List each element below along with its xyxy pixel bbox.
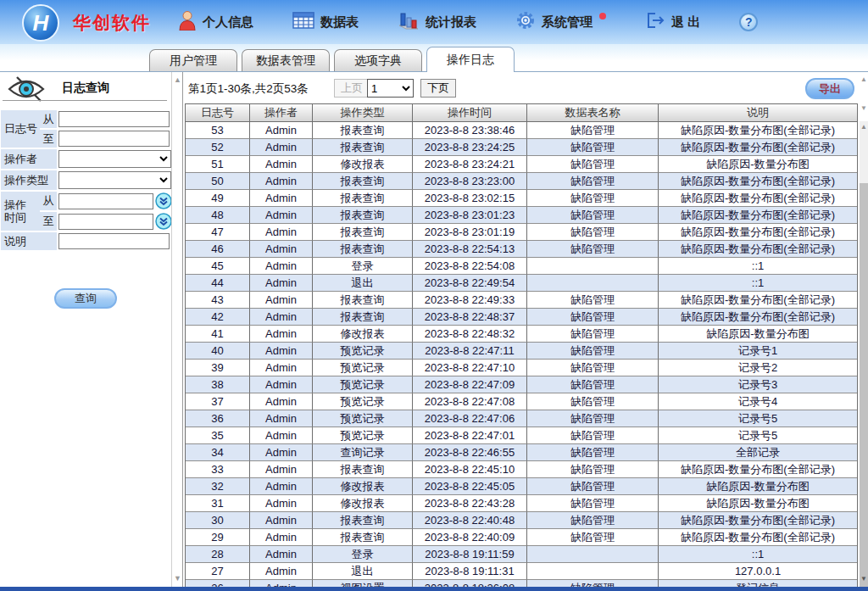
- export-button[interactable]: 导出: [805, 78, 854, 99]
- scroll-up-icon[interactable]: ▲: [860, 75, 868, 84]
- table-row[interactable]: 38Admin预览记录2023-8-8 22:47:09缺陷管理记录号3: [186, 376, 857, 393]
- table-row[interactable]: 45Admin登录2023-8-8 22:54:08::1: [186, 258, 857, 275]
- table-cell: 2023-8-8 22:46:55: [413, 444, 527, 461]
- table-cell: 缺陷管理: [527, 122, 659, 139]
- table-row[interactable]: 26Admin视图设置2023-8-8 18:26:08缺陷管理登记信息: [186, 580, 857, 587]
- date-picker-icon[interactable]: [155, 192, 172, 209]
- scroll-up-icon[interactable]: ▲: [860, 123, 868, 131]
- table-row[interactable]: 30Admin报表查询2023-8-8 22:40:48缺陷管理缺陷原因-数量分…: [186, 512, 857, 529]
- nav-system[interactable]: 系统管理: [515, 10, 606, 34]
- table-row[interactable]: 29Admin报表查询2023-8-8 22:40:09缺陷管理缺陷原因-数量分…: [186, 529, 857, 546]
- table-row[interactable]: 48Admin报表查询2023-8-8 23:01:23缺陷管理缺陷原因-数量分…: [186, 207, 857, 224]
- bottom-edge-bar: [0, 587, 868, 591]
- table-cell: 登记信息: [659, 580, 857, 587]
- table-cell: 缺陷管理: [527, 360, 659, 376]
- op-time-to-input[interactable]: [58, 214, 153, 230]
- table-cell: Admin: [250, 444, 313, 461]
- table-cell: 缺陷原因-数量分布图(全部记录): [659, 190, 857, 207]
- column-header[interactable]: 操作时间: [413, 104, 527, 122]
- sidebar-divider: [3, 100, 167, 101]
- gear-icon: [515, 10, 536, 34]
- op-time-to-label: 至: [40, 212, 57, 231]
- table-row[interactable]: 47Admin报表查询2023-8-8 23:01:19缺陷管理缺陷原因-数量分…: [186, 224, 857, 241]
- table-row[interactable]: 40Admin预览记录2023-8-8 22:47:11缺陷管理记录号1: [186, 343, 857, 360]
- tab-user-management[interactable]: 用户管理: [149, 49, 237, 71]
- tab-table-management[interactable]: 数据表管理: [242, 49, 330, 71]
- table-row[interactable]: 33Admin报表查询2023-8-8 22:45:10缺陷管理缺陷原因-数量分…: [186, 461, 857, 478]
- table-row[interactable]: 53Admin报表查询2023-8-8 23:38:46缺陷管理缺陷原因-数量分…: [186, 122, 857, 139]
- search-button[interactable]: 查询: [54, 288, 117, 309]
- nav-tables[interactable]: 数据表: [292, 12, 359, 32]
- table-row[interactable]: 46Admin报表查询2023-8-8 22:54:13缺陷管理缺陷原因-数量分…: [186, 241, 857, 258]
- column-header[interactable]: 操作类型: [313, 104, 413, 122]
- table-cell: 报表查询: [313, 512, 413, 529]
- column-header[interactable]: 数据表名称: [527, 104, 659, 122]
- table-row[interactable]: 41Admin修改报表2023-8-8 22:48:32缺陷管理缺陷原因-数量分…: [186, 326, 857, 343]
- table-row[interactable]: 31Admin修改报表2023-8-8 22:43:28缺陷管理缺陷原因-数量分…: [186, 495, 857, 512]
- table-cell: 报表查询: [313, 529, 413, 546]
- date-picker-icon[interactable]: [155, 213, 172, 230]
- table-cell: 报表查询: [313, 207, 413, 224]
- table-row[interactable]: 44Admin退出2023-8-8 22:49:54::1: [186, 275, 857, 292]
- log-table: 日志号操作者操作类型操作时间数据表名称说明 53Admin报表查询2023-8-…: [185, 103, 858, 587]
- table-row[interactable]: 42Admin报表查询2023-8-8 22:48:37缺陷管理缺陷原因-数量分…: [186, 309, 857, 326]
- column-header[interactable]: 日志号: [186, 104, 250, 122]
- table-cell: 28: [186, 546, 250, 563]
- table-cell: 缺陷原因-数量分布图(全部记录): [659, 241, 857, 258]
- person-icon: [178, 10, 197, 34]
- sidebar-scrollbar[interactable]: ▲ ▼: [171, 72, 182, 587]
- table-cell: 缺陷管理: [527, 478, 659, 495]
- table-row[interactable]: 52Admin报表查询2023-8-8 23:24:25缺陷管理缺陷原因-数量分…: [186, 139, 857, 156]
- table-row[interactable]: 50Admin报表查询2023-8-8 23:23:00缺陷管理缺陷原因-数量分…: [186, 173, 857, 190]
- table-scrollbar[interactable]: ▲ ▼ ▲ ▼: [860, 72, 868, 587]
- table-row[interactable]: 32Admin修改报表2023-8-8 22:45:05缺陷管理缺陷原因-数量分…: [186, 478, 857, 495]
- table-row[interactable]: 51Admin修改报表2023-8-8 23:24:21缺陷管理缺陷原因-数量分…: [186, 156, 857, 173]
- next-page-button[interactable]: 下页: [420, 79, 456, 98]
- tab-operation-log[interactable]: 操作日志: [426, 47, 515, 72]
- nav-reports[interactable]: 统计报表: [398, 10, 476, 34]
- table-row[interactable]: 49Admin报表查询2023-8-8 23:02:15缺陷管理缺陷原因-数量分…: [186, 190, 857, 207]
- log-no-from-input[interactable]: [58, 111, 170, 127]
- table-cell: ::1: [659, 275, 857, 292]
- scroll-down-icon[interactable]: ▼: [860, 575, 868, 583]
- table-cell: 缺陷原因-数量分布图(全部记录): [659, 224, 857, 241]
- scroll-down-icon[interactable]: ▼: [860, 104, 868, 113]
- op-type-select[interactable]: [58, 171, 171, 189]
- scroll-down-icon[interactable]: ▼: [173, 574, 182, 583]
- description-input[interactable]: [58, 233, 170, 249]
- table-row[interactable]: 43Admin报表查询2023-8-8 22:49:33缺陷管理缺陷原因-数量分…: [186, 292, 857, 309]
- table-row[interactable]: 37Admin预览记录2023-8-8 22:47:08缺陷管理记录号4: [186, 393, 857, 410]
- scrollbar-thumb[interactable]: [860, 183, 868, 587]
- table-cell: 缺陷原因-数量分布图(全部记录): [659, 207, 857, 224]
- table-row[interactable]: 34Admin查询记录2023-8-8 22:46:55缺陷管理全部记录: [186, 444, 857, 461]
- table-cell: 预览记录: [313, 427, 413, 444]
- scroll-up-icon[interactable]: ▲: [173, 75, 182, 85]
- scrollbar-track[interactable]: ▲ ▼: [860, 121, 868, 587]
- nav-help[interactable]: ?: [739, 13, 758, 31]
- page-select[interactable]: 1: [367, 79, 414, 98]
- log-no-to-input[interactable]: [58, 131, 170, 147]
- op-time-from-input[interactable]: [58, 193, 153, 209]
- operator-select[interactable]: [58, 150, 171, 168]
- table-cell: 2023-8-8 22:47:11: [413, 343, 527, 360]
- table-cell: 缺陷原因-数量分布图: [659, 156, 857, 173]
- column-header[interactable]: 操作者: [250, 104, 313, 122]
- table-cell: [527, 275, 659, 292]
- table-cell: 2023-8-8 22:43:28: [413, 495, 527, 512]
- table-row[interactable]: 39Admin预览记录2023-8-8 22:47:10缺陷管理记录号2: [186, 360, 857, 376]
- table-row[interactable]: 27Admin退出2023-8-8 19:11:31127.0.0.1: [186, 563, 857, 580]
- table-row[interactable]: 36Admin预览记录2023-8-8 22:47:06缺陷管理记录号5: [186, 410, 857, 427]
- table-row[interactable]: 28Admin登录2023-8-8 19:11:59::1: [186, 546, 857, 563]
- prev-page-button[interactable]: 上页: [334, 79, 370, 98]
- column-header[interactable]: 说明: [659, 104, 857, 122]
- bar-chart-icon: [398, 10, 420, 34]
- tab-option-dictionary[interactable]: 选项字典: [334, 49, 422, 71]
- brand-name: 华创软件: [73, 11, 151, 35]
- nav-logout[interactable]: 退 出: [645, 10, 700, 34]
- notification-dot: [599, 13, 606, 20]
- table-row[interactable]: 35Admin预览记录2023-8-8 22:47:01缺陷管理记录号5: [186, 427, 857, 444]
- table-cell: Admin: [250, 495, 313, 512]
- content-area: 日志查询 日志号 从 至 操作者 操作类型 操作时间: [0, 72, 868, 587]
- nav-profile[interactable]: 个人信息: [178, 10, 253, 34]
- table-cell: 缺陷原因-数量分布图(全部记录): [659, 529, 857, 546]
